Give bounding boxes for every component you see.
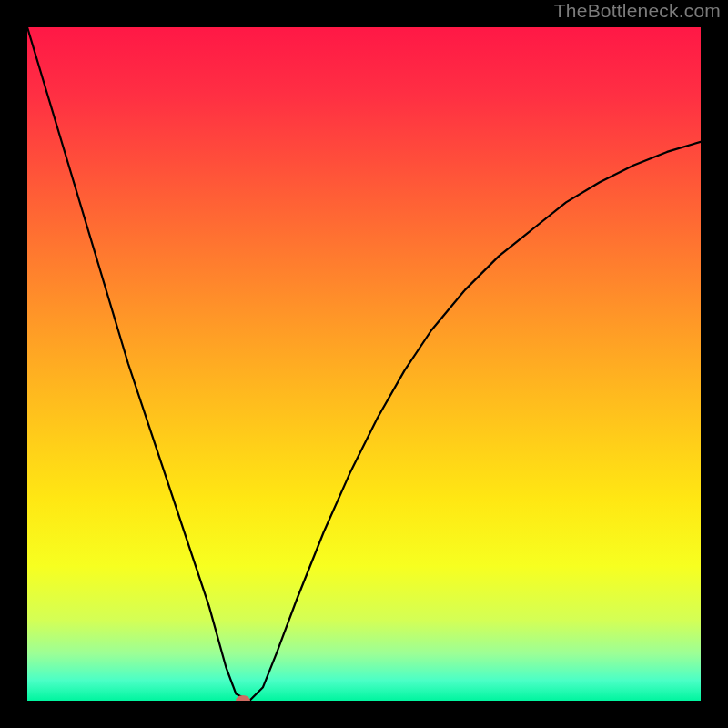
chart-frame: TheBottleneck.com — [0, 0, 728, 728]
minimum-point-marker — [236, 695, 250, 701]
watermark-text: TheBottleneck.com — [554, 0, 721, 22]
bottleneck-curve — [27, 27, 701, 701]
plot-area — [27, 27, 701, 701]
